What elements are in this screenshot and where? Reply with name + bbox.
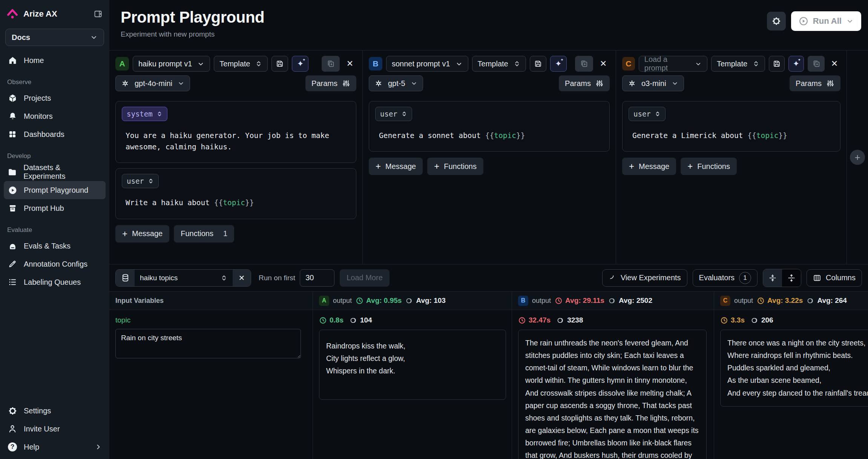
template-select-c[interactable]: Template — [711, 56, 765, 72]
expand-rows-button[interactable] — [782, 269, 801, 287]
close-column-c-button[interactable]: ✕ — [828, 56, 840, 72]
close-column-b-button[interactable]: ✕ — [597, 56, 610, 72]
sidebar-item-labeling-queues[interactable]: Labeling Queues — [4, 273, 106, 291]
updown-icon — [148, 178, 154, 184]
chevron-down-icon — [455, 60, 463, 68]
save-prompt-button-c[interactable] — [769, 56, 784, 72]
prompt-select-b[interactable]: sonnet prompt v1 — [386, 56, 468, 72]
params-label: Params — [565, 79, 591, 88]
run-on-first-label: Run on first — [259, 274, 295, 282]
sidebar-item-dashboards[interactable]: Dashboards — [4, 125, 106, 143]
message-prefix: Generate a Limerick about — [632, 131, 747, 140]
template-select-b[interactable]: Template — [472, 56, 526, 72]
openai-icon — [121, 79, 129, 88]
updown-icon — [753, 60, 759, 67]
ai-assist-button-c[interactable]: ✦ ✦ — [788, 56, 804, 72]
columns-button[interactable]: Columns — [807, 269, 862, 287]
run-on-first-input[interactable] — [300, 269, 334, 287]
save-prompt-button-b[interactable] — [530, 56, 546, 72]
duplicate-prompt-button-c[interactable] — [808, 56, 825, 72]
sidebar-item-prompt-playground[interactable]: Prompt Playground — [4, 181, 106, 199]
updown-icon — [156, 111, 163, 117]
sidebar-item-home[interactable]: Home — [4, 51, 106, 69]
run-all-button[interactable]: Run All — [791, 11, 861, 31]
close-icon: ✕ — [831, 59, 838, 69]
folder-icon — [7, 167, 17, 177]
model-select-b[interactable]: gpt-5 — [369, 75, 423, 91]
add-functions-button-c[interactable]: + Functions — [681, 158, 737, 175]
sidebar-item-projects[interactable]: Projects — [4, 89, 106, 107]
params-button-b[interactable]: Params — [559, 75, 610, 91]
sidebar-item-datasets-experiments[interactable]: Datasets & Experiments — [4, 163, 106, 181]
output-cell-c: 3.3s 206 There once was a night on the c… — [714, 310, 868, 459]
model-select-a[interactable]: gpt-4o-mini — [115, 75, 190, 91]
evaluators-button[interactable]: Evaluators 1 — [693, 269, 758, 287]
curve-arrow-icon — [609, 274, 616, 282]
model-select-c[interactable]: o3-mini — [622, 75, 684, 91]
chevron-down-icon — [672, 80, 678, 87]
params-button-c[interactable]: Params — [790, 75, 840, 91]
collapse-sidebar-icon[interactable] — [94, 9, 103, 18]
sidebar-item-label: Annotation Configs — [24, 260, 87, 269]
dataset-select[interactable]: haiku topics — [135, 270, 233, 286]
add-message-button-a[interactable]: + Message — [115, 225, 169, 243]
message-text[interactable]: Write a haiku about {{topic}} — [126, 197, 350, 209]
save-prompt-button-a[interactable] — [271, 56, 288, 72]
columns-label: Columns — [826, 273, 856, 282]
add-functions-button-b[interactable]: + Functions — [427, 158, 483, 175]
output-text-c[interactable]: There once was a night on the city stree… — [720, 330, 868, 407]
duplicate-prompt-button-a[interactable] — [322, 56, 340, 72]
sidebar-item-annotation-configs[interactable]: Annotation Configs — [4, 255, 106, 273]
sidebar-item-invite-user[interactable]: Invite User — [4, 420, 106, 438]
prompt-select-c[interactable]: Load a prompt — [639, 56, 707, 72]
load-more-button[interactable]: Load More — [340, 269, 390, 287]
prompt-select-a[interactable]: haiku prompt v1 — [133, 56, 210, 72]
pencil-icon — [7, 259, 18, 269]
ai-assist-button-a[interactable]: ✦ ✦ — [292, 56, 308, 72]
collapse-rows-button[interactable] — [763, 269, 782, 287]
ai-assist-button-b[interactable]: ✦ ✦ — [550, 56, 567, 72]
collapse-rows-icon — [768, 274, 777, 282]
output-text-b[interactable]: The rain unthreads the neon's fevered gl… — [518, 330, 707, 459]
sidebar-item-evals-tasks[interactable]: Evals & Tasks — [4, 237, 106, 255]
playground-settings-button[interactable] — [767, 12, 786, 31]
role-select-system[interactable]: system — [122, 107, 167, 121]
close-column-a-button[interactable]: ✕ — [344, 56, 356, 72]
duplicate-prompt-button-b[interactable] — [575, 56, 593, 72]
chevron-down-icon — [411, 80, 417, 87]
results-row: topic Rain on city streets 0.8s 104 Rain… — [109, 310, 868, 459]
role-select-user[interactable]: user — [122, 174, 159, 188]
template-select-a[interactable]: Template — [214, 56, 268, 72]
message-text[interactable]: Generate a sonnet about {{topic}} — [379, 130, 603, 141]
role-select-user[interactable]: user — [629, 107, 666, 121]
sidebar-item-settings[interactable]: Settings — [4, 402, 106, 420]
dataset-icon-button[interactable] — [116, 270, 135, 286]
save-icon — [534, 60, 542, 68]
params-button-a[interactable]: Params — [305, 75, 356, 91]
clear-dataset-button[interactable]: ✕ — [233, 270, 251, 286]
functions-count: 1 — [223, 229, 227, 238]
role-select-user[interactable]: user — [375, 107, 412, 121]
input-value-textarea[interactable]: Rain on city streets — [115, 329, 301, 358]
save-icon — [276, 60, 284, 68]
message-text[interactable]: Generate a Limerick about {{topic}} — [632, 130, 834, 141]
sidebar-item-prompt-hub[interactable]: Prompt Hub — [4, 199, 106, 217]
output-text-a[interactable]: Raindrops kiss the walk, City lights ref… — [319, 330, 506, 400]
clock-icon — [720, 316, 728, 324]
plus-icon: + — [434, 161, 439, 172]
tokens-icon — [751, 316, 759, 324]
view-experiments-button[interactable]: View Experiments — [602, 269, 687, 287]
message-card-user: user Generate a sonnet about {{topic}} — [369, 101, 610, 152]
evaluators-count-badge: 1 — [739, 272, 751, 284]
add-prompt-column-button[interactable]: + — [850, 150, 865, 165]
docs-dropdown[interactable]: Docs — [5, 29, 104, 46]
template-brace: {{ — [214, 198, 223, 207]
sidebar-item-label: Dashboards — [24, 130, 64, 139]
add-message-button-c[interactable]: + Message — [622, 158, 676, 175]
sidebar-item-help[interactable]: ? Help — [4, 438, 106, 456]
functions-button-a[interactable]: Functions 1 — [174, 225, 234, 243]
add-message-button-b[interactable]: + Message — [369, 158, 423, 175]
chevron-down-icon — [695, 60, 702, 68]
sidebar-item-monitors[interactable]: Monitors — [4, 107, 106, 125]
message-text[interactable]: You are a haiku generator. Your job is t… — [126, 130, 350, 153]
